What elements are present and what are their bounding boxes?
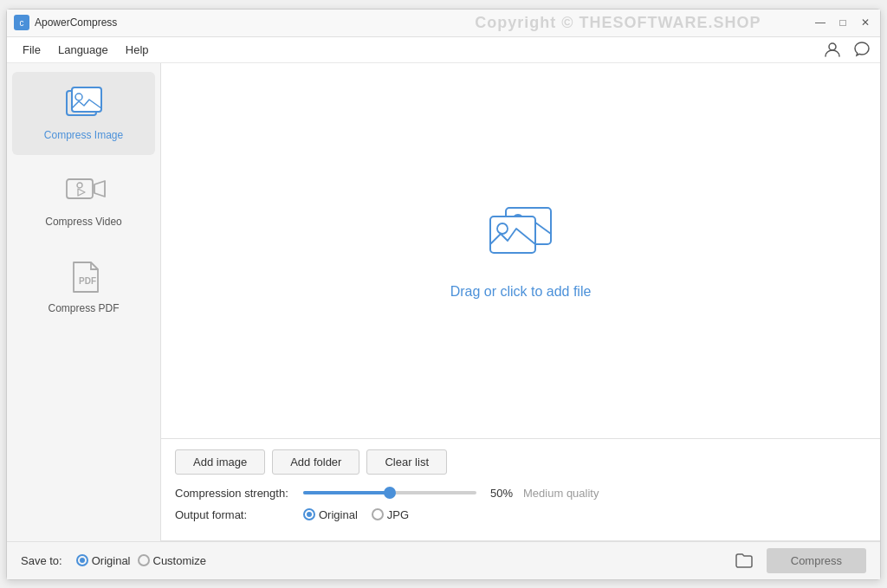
menubar-right	[821, 38, 873, 61]
format-original-label: Original	[319, 508, 358, 521]
slider-fill	[303, 491, 390, 494]
menu-file[interactable]: File	[14, 40, 49, 60]
watermark: Copyright © THESOFTWARE.SHOP	[424, 14, 813, 32]
compression-value: 50%	[490, 487, 513, 500]
svg-marker-7	[78, 189, 85, 196]
save-customize-radio[interactable]	[138, 554, 150, 566]
sidebar-item-compress-pdf[interactable]: PDF Compress PDF	[12, 245, 155, 328]
add-image-button[interactable]: Add image	[175, 449, 265, 475]
svg-point-0	[829, 43, 836, 50]
dropzone-icon	[482, 201, 560, 270]
format-jpg-radio[interactable]	[372, 508, 384, 520]
maximize-button[interactable]: □	[835, 15, 851, 30]
svg-text:PDF: PDF	[79, 276, 96, 286]
save-original-option[interactable]: Original	[76, 554, 131, 567]
dropzone-text: Drag or click to add file	[450, 284, 592, 300]
footer-save-to: Save to: Original Customize	[21, 554, 206, 567]
window-controls: — □ ✕	[813, 15, 873, 30]
compress-image-icon	[62, 86, 107, 122]
dropzone[interactable]: Drag or click to add file	[161, 63, 880, 439]
sidebar-item-compress-image-label: Compress Image	[44, 129, 123, 141]
compression-slider[interactable]	[303, 491, 476, 494]
sidebar-item-compress-video[interactable]: Compress Video	[12, 158, 155, 242]
compress-pdf-icon: PDF	[62, 259, 107, 295]
save-customize-option[interactable]: Customize	[138, 554, 206, 567]
format-jpg-label: JPG	[387, 508, 409, 521]
compression-strength-row: Compression strength: 50% Medium quality	[175, 487, 866, 500]
slider-thumb	[384, 487, 396, 499]
compression-label: Compression strength:	[175, 487, 296, 500]
titlebar: c ApowerCompress Copyright © THESOFTWARE…	[7, 10, 880, 37]
menu-help[interactable]: Help	[117, 40, 158, 60]
svg-marker-5	[94, 181, 105, 197]
save-to-label: Save to:	[21, 554, 62, 567]
save-original-radio[interactable]	[76, 554, 88, 566]
menu-language[interactable]: Language	[49, 40, 117, 60]
close-button[interactable]: ✕	[858, 15, 873, 30]
clear-list-button[interactable]: Clear list	[366, 449, 447, 475]
compress-button[interactable]: Compress	[767, 548, 866, 573]
save-customize-label: Customize	[153, 554, 206, 567]
format-original-option[interactable]: Original	[303, 508, 358, 521]
chat-icon[interactable]	[851, 38, 873, 61]
action-buttons: Add image Add folder Clear list	[175, 449, 866, 475]
save-original-label: Original	[92, 554, 131, 567]
sidebar-item-compress-video-label: Compress Video	[45, 216, 122, 228]
minimize-button[interactable]: —	[813, 15, 828, 30]
folder-button[interactable]	[732, 548, 756, 572]
format-jpg-option[interactable]: JPG	[372, 508, 409, 521]
footer: Save to: Original Customize Compress	[7, 541, 880, 579]
format-original-radio[interactable]	[303, 508, 315, 520]
output-format-row: Output format: Original JPG	[175, 508, 866, 521]
bottom-panel: Add image Add folder Clear list Compress…	[161, 439, 880, 541]
sidebar-item-compress-pdf-label: Compress PDF	[48, 302, 119, 314]
sidebar: Compress Image Compress Video	[7, 63, 161, 541]
app-title: ApowerCompress	[35, 16, 424, 29]
add-folder-button[interactable]: Add folder	[272, 449, 359, 475]
main-window: c ApowerCompress Copyright © THESOFTWARE…	[6, 9, 881, 580]
user-icon[interactable]	[821, 38, 844, 61]
main-content: Compress Image Compress Video	[7, 63, 880, 541]
output-format-label: Output format:	[175, 508, 296, 521]
menubar: File Language Help	[7, 37, 880, 63]
content-area: Drag or click to add file Add image Add …	[161, 63, 880, 541]
output-format-options: Original JPG	[303, 508, 409, 521]
quality-label: Medium quality	[523, 487, 599, 500]
compress-video-icon	[62, 172, 107, 209]
sidebar-item-compress-image[interactable]: Compress Image	[12, 72, 155, 155]
svg-point-6	[77, 183, 82, 188]
app-icon: c	[14, 15, 29, 30]
